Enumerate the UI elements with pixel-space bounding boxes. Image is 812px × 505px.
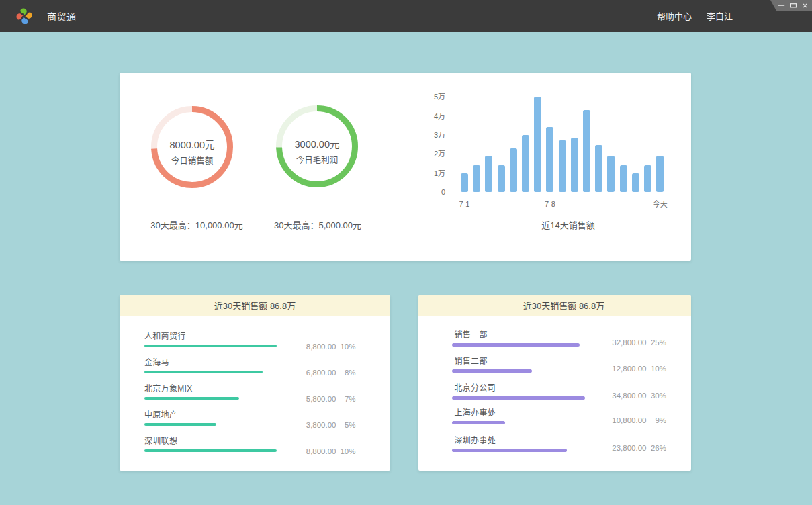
bar-day-7 — [534, 97, 541, 192]
rank-value-深圳联想: 8,800.00 — [269, 447, 336, 456]
bar-day-11 — [583, 110, 590, 192]
rank-label-销售一部: 销售一部 — [455, 330, 488, 340]
department-ranking-title: 近30天销售额 86.8万 — [418, 295, 691, 316]
app-title: 商贸通 — [47, 11, 77, 23]
today-sales-gauge: 8000.00元 今日销售额 — [151, 106, 233, 188]
rank-percent-金海马: 8% — [336, 368, 356, 377]
bar-chart-title: 近14天销售额 — [501, 220, 635, 230]
bar-day-16 — [644, 165, 651, 192]
today-profit-value: 3000.00元 — [276, 139, 358, 150]
profit-30d-max: 30天最高：5,000.00元 — [251, 220, 385, 231]
rank-bar-上海办事处 — [452, 421, 505, 424]
rank-value-上海办事处: 10,800.00 — [580, 416, 647, 425]
app-window: { "window": { "app_title": "商贸通", "logo"… — [0, 0, 812, 505]
window-controls — [770, 0, 812, 11]
x-axis-label-7-8: 7-8 — [527, 200, 574, 209]
rank-percent-销售二部: 10% — [646, 364, 666, 373]
customer-ranking-title: 近30天销售额 86.8万 — [120, 295, 390, 316]
bar-day-12 — [595, 145, 602, 192]
rank-value-深圳办事处: 23,800.00 — [580, 443, 647, 453]
sales-30d-max: 30天最高：10,000.00元 — [130, 220, 264, 231]
bar-day-10 — [571, 138, 578, 192]
rank-label-北京万象MIX: 北京万象MIX — [144, 384, 192, 394]
rank-value-北京万象MIX: 5,800.00 — [269, 394, 336, 404]
rank-label-中原地产: 中原地产 — [144, 410, 177, 420]
rank-percent-深圳办事处: 26% — [646, 443, 666, 453]
bar-day-2 — [473, 165, 480, 192]
rank-bar-深圳办事处 — [452, 449, 568, 452]
rank-label-深圳联想: 深圳联想 — [144, 437, 177, 447]
today-profit-gauge: 3000.00元 今日毛利润 — [276, 105, 358, 187]
y-axis-label-1万: 1万 — [418, 169, 445, 178]
customer-ranking-card: 近30天销售额 86.8万 人和商贸行8,800.0010%金海马6,800.0… — [120, 295, 390, 471]
bar-day-14 — [620, 165, 627, 192]
rank-bar-人和商贸行 — [144, 345, 277, 347]
rank-label-人和商贸行: 人和商贸行 — [144, 332, 186, 342]
bar-day-6 — [522, 135, 529, 192]
rank-value-金海马: 6,800.00 — [269, 368, 336, 377]
y-axis-label-3万: 3万 — [418, 131, 445, 140]
rank-label-金海马: 金海马 — [144, 358, 169, 368]
sales-14d-bar-chart — [461, 96, 670, 192]
rank-value-北京分公司: 34,800.00 — [580, 391, 647, 400]
bar-day-9 — [559, 140, 566, 192]
rank-value-人和商贸行: 8,800.00 — [269, 342, 336, 351]
y-axis-label-2万: 2万 — [418, 150, 445, 158]
rank-value-销售一部: 32,800.00 — [580, 338, 647, 347]
rank-percent-上海办事处: 9% — [646, 416, 666, 425]
rank-bar-中原地产 — [144, 423, 216, 426]
app-logo-pinwheel-icon — [16, 8, 32, 24]
maximize-icon[interactable] — [791, 4, 797, 7]
bar-day-17 — [656, 156, 664, 192]
help-center-link[interactable]: 帮助中心 — [657, 11, 692, 22]
rank-label-深圳办事处: 深圳办事处 — [455, 436, 496, 446]
bar-day-13 — [607, 156, 615, 192]
bar-day-5 — [510, 148, 517, 192]
bar-day-15 — [632, 173, 639, 192]
department-ranking-card: 近30天销售额 86.8万 销售一部32,800.0025%销售二部12,800… — [418, 295, 691, 471]
bar-day-4 — [498, 165, 505, 192]
rank-percent-北京万象MIX: 7% — [336, 394, 356, 404]
bar-day-8 — [546, 127, 553, 192]
rank-percent-人和商贸行: 10% — [336, 342, 356, 351]
bar-day-3 — [485, 156, 492, 192]
rank-value-中原地产: 3,800.00 — [269, 420, 336, 430]
x-axis-label-今天: 今天 — [637, 200, 684, 209]
titlebar: 商贸通 帮助中心 李白江 — [0, 0, 812, 32]
y-axis-label-0: 0 — [418, 188, 445, 197]
rank-bar-深圳联想 — [144, 449, 277, 452]
rank-bar-销售二部 — [452, 369, 532, 373]
rank-bar-北京分公司 — [452, 396, 586, 400]
rank-bar-北京万象MIX — [144, 397, 239, 400]
today-sales-value: 8000.00元 — [151, 140, 233, 150]
today-summary-card: 8000.00元 今日销售额 30天最高：10,000.00元 3000.00元… — [120, 73, 691, 261]
rank-label-销售二部: 销售二部 — [455, 357, 488, 367]
rank-label-北京分公司: 北京分公司 — [455, 383, 496, 394]
rank-percent-销售一部: 25% — [646, 338, 666, 347]
rank-bar-金海马 — [144, 371, 263, 373]
close-icon[interactable] — [803, 4, 807, 7]
rank-label-上海办事处: 上海办事处 — [455, 408, 496, 418]
today-sales-caption: 今日销售额 — [151, 156, 233, 167]
today-profit-caption: 今日毛利润 — [276, 156, 358, 166]
y-axis-label-4万: 4万 — [418, 112, 445, 121]
rank-percent-深圳联想: 10% — [336, 447, 356, 456]
user-name-link[interactable]: 李白江 — [707, 11, 733, 22]
y-axis-label-5万: 5万 — [418, 93, 445, 101]
x-axis-label-7-1: 7-1 — [441, 200, 488, 209]
rank-percent-北京分公司: 30% — [646, 391, 666, 400]
bar-day-1 — [461, 173, 468, 192]
rank-value-销售二部: 12,800.00 — [580, 364, 647, 373]
rank-bar-销售一部 — [452, 343, 580, 347]
rank-percent-中原地产: 5% — [336, 420, 356, 430]
